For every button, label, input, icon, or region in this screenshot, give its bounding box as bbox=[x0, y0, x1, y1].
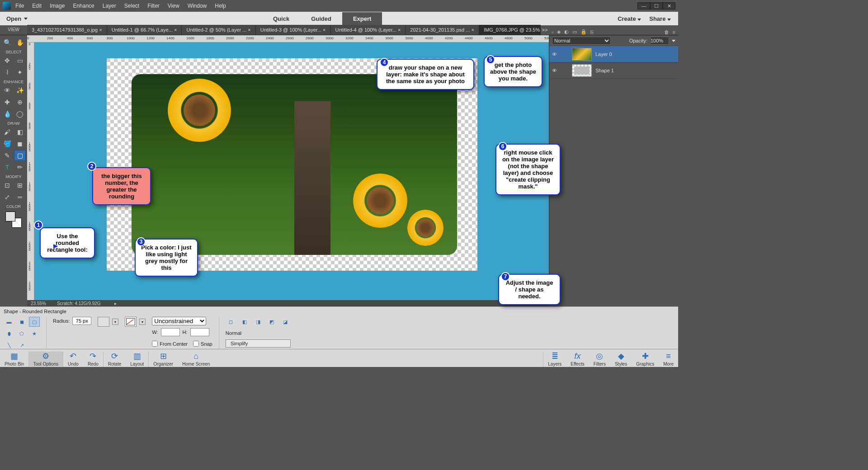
redeye-tool[interactable]: 👁 bbox=[1, 85, 13, 96]
clone-tool[interactable]: ⊕ bbox=[14, 97, 26, 108]
shape-star[interactable]: ★ bbox=[29, 329, 40, 338]
visibility-icon[interactable]: 👁 bbox=[552, 68, 558, 73]
layer-row[interactable]: 👁 Shape 1 bbox=[549, 62, 678, 79]
mode-guided[interactable]: Guided bbox=[300, 12, 342, 25]
recompose-tool[interactable]: ⊞ bbox=[14, 180, 26, 191]
pencil-tool[interactable]: ✏ bbox=[14, 162, 26, 173]
eraser-tool[interactable]: ◧ bbox=[14, 127, 26, 137]
straighten-tool[interactable]: ═ bbox=[14, 192, 26, 202]
height-input[interactable] bbox=[190, 328, 209, 336]
simplify-button[interactable]: Simplify bbox=[226, 339, 291, 348]
window-close-button[interactable]: ✕ bbox=[663, 2, 675, 9]
menu-layer[interactable]: Layer bbox=[103, 3, 116, 9]
new-layer-icon[interactable]: ▫ bbox=[552, 29, 553, 35]
opacity-dropdown-icon[interactable] bbox=[672, 40, 675, 42]
tab-overflow-button[interactable]: >> bbox=[541, 25, 549, 35]
menu-view[interactable]: View bbox=[168, 3, 179, 9]
menu-filter[interactable]: Filter bbox=[147, 3, 160, 9]
blend-mode-select[interactable]: Normal bbox=[552, 37, 611, 45]
rotate-button[interactable]: ⟳Rotate bbox=[104, 352, 126, 367]
shape-polygon[interactable]: ⬠ bbox=[16, 329, 27, 338]
opacity-input[interactable] bbox=[650, 37, 669, 45]
shape-rectangle[interactable]: ▬ bbox=[4, 317, 14, 327]
mask-icon[interactable]: ▭ bbox=[572, 29, 577, 35]
tool-options-button[interactable]: ⚙Tool Options bbox=[28, 352, 63, 367]
filters-button[interactable]: ◎Filters bbox=[589, 352, 610, 367]
panel-menu-icon[interactable]: ≡ bbox=[673, 29, 675, 35]
layer-name[interactable]: Layer 0 bbox=[595, 52, 612, 57]
pathop-add[interactable]: ◧ bbox=[239, 317, 250, 327]
pathop-subtract[interactable]: ◨ bbox=[253, 317, 264, 327]
shape-line[interactable]: ╲ bbox=[4, 340, 14, 350]
gradient-tool[interactable]: ◼ bbox=[14, 138, 26, 149]
color-swatches[interactable] bbox=[5, 211, 23, 229]
width-input[interactable] bbox=[161, 328, 180, 336]
document-tab[interactable]: Untitled-3 @ 100% (Layer... × bbox=[256, 25, 331, 35]
from-center-checkbox[interactable]: From Center bbox=[152, 341, 188, 347]
organizer-button[interactable]: ⊞Organizer bbox=[149, 352, 178, 367]
crop-tool[interactable]: ⊡ bbox=[1, 180, 13, 191]
type-tool[interactable]: T bbox=[1, 162, 13, 173]
trash-icon[interactable]: 🗑 bbox=[664, 29, 669, 35]
document-tab[interactable]: 2021-04-30_201135.psd ... × bbox=[406, 25, 479, 35]
shape-ellipse[interactable]: ⬮ bbox=[4, 329, 14, 338]
shape-custom[interactable]: ↗ bbox=[16, 340, 27, 350]
whiten-tool[interactable]: ✨ bbox=[14, 85, 26, 96]
adjustment-layer-icon[interactable]: ◐ bbox=[564, 29, 569, 35]
layer-row[interactable]: 👁 Layer 0 bbox=[549, 46, 678, 62]
paintbucket-tool[interactable]: 🪣 bbox=[1, 138, 13, 149]
pathop-intersect[interactable]: ◩ bbox=[266, 317, 277, 327]
document-tab[interactable]: Untitled-2 @ 50% (Layer ... × bbox=[182, 25, 255, 35]
layers-button[interactable]: ≣Layers bbox=[543, 352, 566, 367]
style-swatch[interactable] bbox=[125, 317, 137, 327]
menu-window[interactable]: Window bbox=[188, 3, 207, 9]
open-button[interactable]: Open bbox=[0, 15, 34, 22]
constrain-select[interactable]: Unconstrained bbox=[152, 317, 206, 325]
menu-image[interactable]: Image bbox=[50, 3, 65, 9]
layout-button[interactable]: ▥Layout bbox=[126, 352, 148, 367]
shape-square[interactable]: ◼ bbox=[16, 317, 27, 327]
visibility-icon[interactable]: 👁 bbox=[552, 52, 558, 57]
brush-tool[interactable]: 🖌 bbox=[1, 127, 13, 137]
menu-file[interactable]: File bbox=[15, 3, 24, 9]
menu-enhance[interactable]: Enhance bbox=[73, 3, 94, 9]
graphics-button[interactable]: ✚Graphics bbox=[632, 352, 659, 367]
menu-edit[interactable]: Edit bbox=[32, 3, 42, 9]
menu-select[interactable]: Select bbox=[124, 3, 139, 9]
redo-button[interactable]: ↷Redo bbox=[83, 352, 103, 367]
radius-input[interactable] bbox=[72, 317, 91, 325]
share-button[interactable]: Share bbox=[649, 15, 671, 22]
layer-thumbnail[interactable] bbox=[572, 64, 592, 77]
content-move-tool[interactable]: ⤢ bbox=[1, 192, 13, 202]
effects-button[interactable]: fxEffects bbox=[566, 352, 589, 367]
shape-tool[interactable]: ▢ bbox=[14, 150, 26, 161]
shape-rounded-rect[interactable]: ▢ bbox=[29, 317, 40, 327]
snap-checkbox[interactable]: Snap bbox=[193, 341, 212, 347]
photo-bin-button[interactable]: ▦Photo Bin bbox=[0, 352, 28, 367]
document-tab[interactable]: Untitled-4 @ 100% (Layer... × bbox=[331, 25, 406, 35]
eyedropper-tool[interactable]: ✎ bbox=[1, 150, 13, 161]
styles-button[interactable]: ◆Styles bbox=[610, 352, 632, 367]
layer-name[interactable]: Shape 1 bbox=[595, 68, 614, 73]
style-dropdown-icon[interactable]: ▾ bbox=[139, 319, 146, 325]
create-button[interactable]: Create bbox=[618, 15, 641, 22]
healing-tool[interactable]: ✚ bbox=[1, 97, 13, 108]
menu-help[interactable]: Help bbox=[215, 3, 226, 9]
sponge-tool[interactable]: ◯ bbox=[14, 108, 26, 119]
photo-layer[interactable] bbox=[132, 74, 457, 255]
blur-tool[interactable]: 💧 bbox=[1, 108, 13, 119]
window-maximize-button[interactable]: ☐ bbox=[650, 2, 663, 9]
marquee-tool[interactable]: ▭ bbox=[14, 55, 26, 66]
more-button[interactable]: ≡More bbox=[659, 352, 678, 367]
mode-quick[interactable]: Quick bbox=[262, 12, 300, 25]
shape-color-swatch[interactable] bbox=[98, 317, 109, 327]
layer-thumbnail[interactable] bbox=[572, 48, 592, 61]
document-tab-active[interactable]: IMG_0768.JPG @ 23.5% (Layer 0, RGB/8) * … bbox=[479, 25, 541, 35]
quick-select-tool[interactable]: ✦ bbox=[14, 67, 26, 78]
zoom-tool[interactable]: 🔍 bbox=[1, 37, 13, 48]
hand-tool[interactable]: ✋ bbox=[14, 37, 26, 48]
document-tab[interactable]: 3_43710270147931388_o.jpg × bbox=[27, 25, 107, 35]
window-minimize-button[interactable]: — bbox=[637, 2, 650, 9]
document-tab[interactable]: Untitled-1 @ 66.7% (Laye... × bbox=[107, 25, 182, 35]
mode-expert[interactable]: Expert bbox=[342, 12, 382, 25]
